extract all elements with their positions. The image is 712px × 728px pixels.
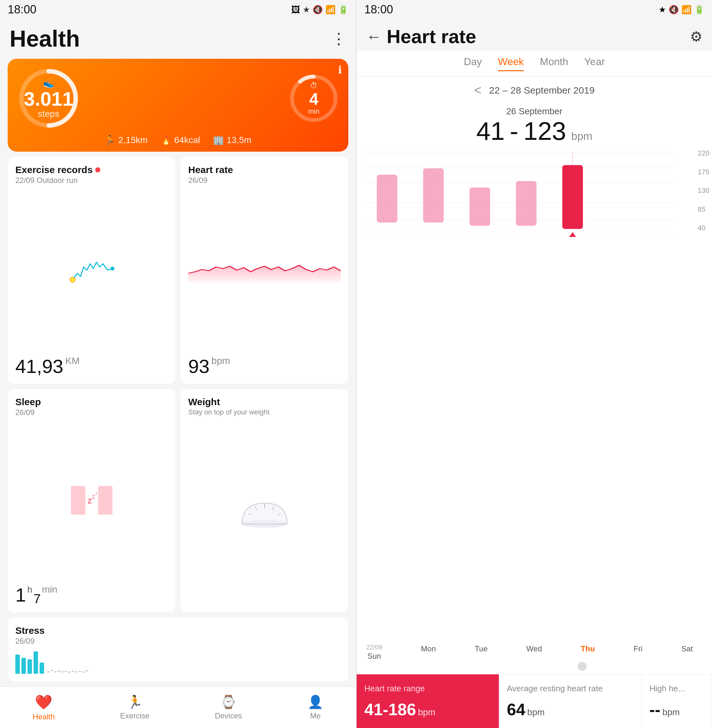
y-label-85: 85 bbox=[698, 205, 709, 214]
sleep-value-h: 1 bbox=[15, 584, 26, 606]
nav-me[interactable]: 👤 Me bbox=[307, 694, 323, 720]
chart-y-labels: 220 175 130 85 40 bbox=[698, 149, 709, 232]
x-label-thu: Thu bbox=[581, 644, 595, 661]
hr-range-value: 41-186 bbox=[364, 700, 416, 719]
cards-grid: Exercise records 22/09 Outdoor run 41,93… bbox=[8, 157, 348, 613]
heartrate-unit: bpm bbox=[212, 355, 230, 366]
hr-title: Heart rate bbox=[387, 25, 685, 47]
chart-x-labels: 22/09 Sun Mon Tue Wed Thu Fri Sat bbox=[357, 642, 712, 662]
x-day-sun: Sun bbox=[368, 652, 381, 661]
heartrate-value: 93 bbox=[188, 355, 210, 377]
nav-health[interactable]: ❤️ Health bbox=[33, 694, 55, 721]
svg-text:Z: Z bbox=[88, 497, 92, 505]
settings-button[interactable]: ⚙ bbox=[690, 28, 702, 45]
x-day-tue: Tue bbox=[475, 644, 487, 653]
bpm-dash: - bbox=[510, 117, 518, 146]
distance-stat: 🏃 2,15km bbox=[104, 135, 148, 145]
status-bar-left: 18:00 🖼 ★ 🔇 📶 🔋 bbox=[0, 0, 356, 19]
x-day-sat: Sat bbox=[681, 644, 693, 653]
x-label-fri: Fri bbox=[634, 644, 643, 661]
bpm-high: 123 bbox=[524, 117, 566, 146]
health-icon: ❤️ bbox=[35, 694, 52, 710]
hr-range-label: Heart rate range bbox=[364, 683, 491, 694]
heartrate-subtitle: 26/09 bbox=[188, 176, 341, 185]
steps-circle: 👟 3.011 steps bbox=[16, 67, 80, 130]
hr-range-card[interactable]: Heart rate range 41-186 bpm bbox=[357, 674, 499, 728]
exercise-unit: KM bbox=[65, 355, 80, 366]
stress-card[interactable]: Stress 26/09 bbox=[8, 617, 348, 681]
x-day-wed: Wed bbox=[526, 644, 542, 653]
timer-unit: min bbox=[308, 107, 319, 115]
floors-stat: 🏢 13,5m bbox=[213, 135, 252, 145]
hr-selected-date: 26 September 41 - 123 bpm bbox=[357, 104, 712, 146]
hero-card-top: 👟 3.011 steps ⏱ 4 min bbox=[16, 67, 340, 130]
calories-value: 64kcal bbox=[174, 135, 200, 145]
exercise-icon: 🏃 bbox=[127, 694, 143, 709]
wifi-icon-r: 📶 bbox=[681, 5, 691, 15]
sleep-subtitle: 26/09 bbox=[15, 408, 168, 417]
sleep-h-label: h bbox=[27, 584, 32, 595]
status-icons-left: 🖼 ★ 🔇 📶 🔋 bbox=[291, 4, 348, 15]
me-icon: 👤 bbox=[307, 694, 323, 709]
selected-day: 26 September bbox=[357, 107, 712, 117]
weight-title: Weight bbox=[188, 397, 341, 407]
hr-chart: 220 175 130 85 40 bbox=[357, 146, 712, 642]
tab-week[interactable]: Week bbox=[498, 56, 524, 71]
exercise-illustration bbox=[15, 188, 168, 353]
status-bar-right: 18:00 ★ 🔇 📶 🔋 bbox=[357, 0, 712, 19]
battery-icon: 🔋 bbox=[338, 5, 348, 15]
app-title: Health bbox=[10, 25, 80, 52]
svg-rect-26 bbox=[516, 181, 537, 226]
weight-card[interactable]: Weight Stay on top of your weight bbox=[181, 389, 348, 613]
svg-rect-7 bbox=[98, 486, 113, 515]
exercise-subtitle: 22/09 Outdoor run bbox=[15, 176, 168, 185]
sleep-value-m: 7 bbox=[34, 592, 41, 606]
steps-unit: steps bbox=[24, 109, 73, 119]
x-label-sun: 22/09 Sun bbox=[366, 644, 382, 661]
x-label-sat: Sat bbox=[681, 644, 693, 661]
bluetooth-icon: ★ bbox=[303, 5, 310, 15]
distance-value: 2,15km bbox=[118, 135, 148, 145]
hero-card: ℹ 👟 3.011 steps bbox=[8, 59, 348, 152]
exercise-card[interactable]: Exercise records 22/09 Outdoor run 41,93… bbox=[8, 157, 175, 384]
distance-icon: 🏃 bbox=[104, 135, 116, 145]
left-panel: 18:00 🖼 ★ 🔇 📶 🔋 Health ⋮ ℹ 👟 3.011 bbox=[0, 0, 356, 728]
y-label-220: 220 bbox=[698, 149, 709, 157]
stress-bars bbox=[15, 650, 341, 675]
bottom-nav: ❤️ Health 🏃 Exercise ⌚ Devices 👤 Me bbox=[0, 687, 356, 728]
svg-point-4 bbox=[70, 277, 75, 282]
nav-devices[interactable]: ⌚ Devices bbox=[215, 694, 242, 720]
status-icons-right: ★ 🔇 📶 🔋 bbox=[659, 5, 704, 15]
tab-year[interactable]: Year bbox=[584, 56, 605, 71]
floors-icon: 🏢 bbox=[213, 135, 224, 145]
timer-icon: ⏱ bbox=[308, 81, 319, 90]
tab-month[interactable]: Month bbox=[540, 56, 568, 71]
menu-button[interactable]: ⋮ bbox=[331, 30, 346, 47]
bt-icon-r: ★ bbox=[659, 5, 666, 15]
back-button[interactable]: ← bbox=[366, 28, 381, 45]
hr-date-nav: < 22 – 28 September 2019 bbox=[357, 77, 712, 104]
svg-rect-23 bbox=[377, 175, 398, 223]
prev-period-button[interactable]: < bbox=[474, 83, 481, 98]
x-label-mon: Mon bbox=[421, 644, 436, 661]
date-range: 22 – 28 September 2019 bbox=[489, 85, 595, 96]
tab-day[interactable]: Day bbox=[464, 56, 482, 71]
heartrate-card[interactable]: Heart rate 26/09 93 bpm bbox=[181, 157, 348, 384]
stress-subtitle: 26/09 bbox=[15, 637, 341, 646]
svg-rect-6 bbox=[71, 486, 85, 515]
gallery-icon: 🖼 bbox=[291, 4, 300, 15]
hr-range-unit: bpm bbox=[418, 707, 435, 718]
svg-text:Z: Z bbox=[95, 491, 98, 496]
high-hr-card[interactable]: High he... -- bpm bbox=[642, 674, 712, 728]
sleep-card[interactable]: Sleep 26/09 Z Z Z 1 h 7 min bbox=[8, 389, 175, 613]
avg-resting-card[interactable]: Average resting heart rate 64 bpm bbox=[499, 674, 642, 728]
floors-value: 13,5m bbox=[227, 135, 252, 145]
battery-icon-r: 🔋 bbox=[694, 5, 704, 15]
svg-text:Z: Z bbox=[92, 494, 95, 500]
status-time-left: 18:00 bbox=[8, 3, 36, 16]
nav-exercise[interactable]: 🏃 Exercise bbox=[120, 694, 150, 720]
calories-stat: 🔥 64kcal bbox=[160, 135, 200, 145]
steps-icon: 👟 bbox=[24, 78, 73, 89]
high-hr-label: High he... bbox=[650, 683, 704, 694]
devices-icon: ⌚ bbox=[221, 694, 236, 709]
